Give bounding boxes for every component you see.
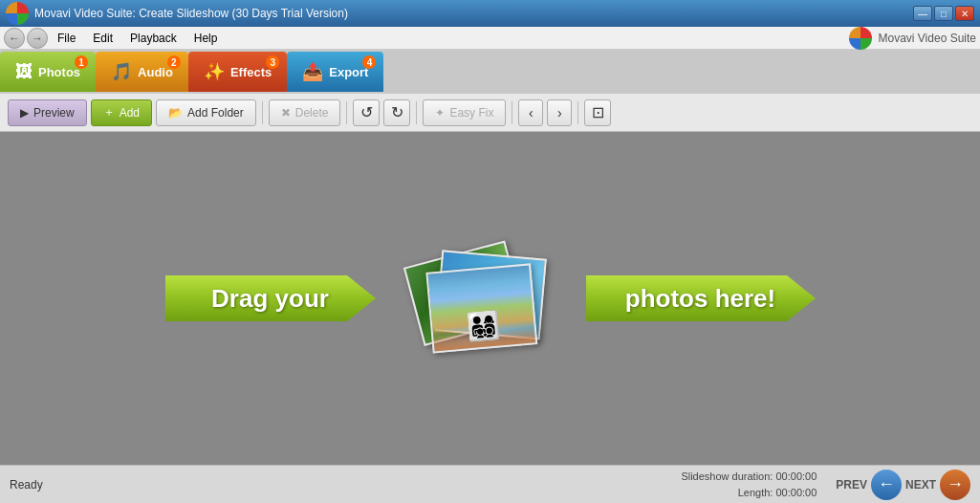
tab-effects-label: Effects <box>230 65 272 79</box>
tab-export-label: Export <box>329 65 368 79</box>
photos-here-text: photos here! <box>606 284 795 314</box>
app-icon <box>6 2 29 25</box>
photo-card-front <box>425 263 537 353</box>
export-icon: 📤 <box>302 61 323 82</box>
play-icon: ▶ <box>20 106 29 120</box>
audio-icon: 🎵 <box>111 61 132 82</box>
tab-audio-number: 2 <box>167 55 181 69</box>
add-folder-button[interactable]: 📂 Add Folder <box>156 99 256 126</box>
next-label: NEXT <box>905 478 936 492</box>
prev-button[interactable]: ← <box>871 470 902 500</box>
menu-playback[interactable]: Playback <box>122 30 185 47</box>
restore-button[interactable]: □ <box>934 6 953 21</box>
add-label: Add <box>120 106 140 120</box>
title-bar-left: Movavi Video Suite: Create Slideshow (30… <box>6 2 348 25</box>
length-info: Length: 00:00:00 <box>681 485 817 501</box>
prev-nav-button[interactable]: ‹ <box>518 99 543 126</box>
redo-button[interactable]: → <box>27 28 48 49</box>
movavi-logo <box>849 27 872 50</box>
easy-fix-button[interactable]: ✦ Easy Fix <box>423 99 506 126</box>
menu-edit[interactable]: Edit <box>85 30 120 47</box>
branding-text: Movavi Video Suite <box>878 32 976 45</box>
chevron-left-icon: ‹ <box>529 105 534 120</box>
tab-export[interactable]: 📤 Export 4 <box>287 52 383 92</box>
movavi-branding: Movavi Video Suite <box>849 27 976 50</box>
effects-icon: ✨ <box>204 61 225 82</box>
tab-effects-number: 3 <box>266 55 279 69</box>
length-value: 00:00:00 <box>775 487 817 498</box>
separator-3 <box>416 101 417 124</box>
title-bar: Movavi Video Suite: Create Slideshow (30… <box>0 0 980 27</box>
duration-info: Slideshow duration: 00:00:00 <box>681 469 817 485</box>
nav-buttons: PREV ← NEXT → <box>836 470 970 500</box>
duration-value: 00:00:00 <box>775 470 817 482</box>
tab-bar: 🖼 Photos 1 🎵 Audio 2 ✨ Effects 3 📤 Expor… <box>0 50 980 94</box>
delete-button[interactable]: ✖ Delete <box>269 99 341 126</box>
easy-fix-label: Easy Fix <box>449 106 493 120</box>
tab-export-number: 4 <box>362 55 376 69</box>
rotate-left-icon: ↺ <box>360 103 373 121</box>
prev-label: PREV <box>836 478 867 492</box>
tab-photos[interactable]: 🖼 Photos 1 <box>0 52 96 92</box>
close-button[interactable]: ✕ <box>955 6 974 21</box>
fit-button[interactable]: ⊡ <box>584 99 611 126</box>
status-text: Ready <box>10 478 43 492</box>
menu-file[interactable]: File <box>50 30 83 47</box>
menu-bar: ← → File Edit Playback Help Movavi Video… <box>0 27 980 50</box>
delete-icon: ✖ <box>281 106 291 120</box>
preview-label: Preview <box>33 106 75 120</box>
tab-audio-label: Audio <box>138 65 173 79</box>
left-arrow-banner: Drag your <box>165 266 376 331</box>
drop-zone[interactable]: Drag your photos here! <box>165 222 816 375</box>
wand-icon: ✦ <box>435 106 445 120</box>
chevron-right-icon: › <box>557 105 562 120</box>
right-arrow-banner: photos here! <box>586 266 816 331</box>
add-icon: ＋ <box>103 104 115 120</box>
separator-5 <box>577 101 578 124</box>
tab-audio[interactable]: 🎵 Audio 2 <box>96 52 188 92</box>
status-bar: Ready Slideshow duration: 00:00:00 Lengt… <box>0 465 980 503</box>
toolbar: ▶ Preview ＋ Add 📂 Add Folder ✖ Delete ↺ … <box>0 94 980 132</box>
length-label: Length: <box>738 487 773 498</box>
tab-photos-label: Photos <box>38 65 80 79</box>
add-folder-label: Add Folder <box>187 106 244 120</box>
rotate-left-button[interactable]: ↺ <box>353 99 380 126</box>
drag-text: Drag your <box>192 284 348 314</box>
title-text: Movavi Video Suite: Create Slideshow (30… <box>34 7 348 20</box>
add-button[interactable]: ＋ Add <box>91 99 152 126</box>
minimize-button[interactable]: — <box>913 6 932 21</box>
next-button[interactable]: → <box>940 470 970 500</box>
separator-2 <box>346 101 347 124</box>
rotate-right-button[interactable]: ↻ <box>383 99 410 126</box>
separator-4 <box>512 101 512 124</box>
rotate-right-icon: ↻ <box>391 103 403 121</box>
photos-icon: 🖼 <box>15 62 33 82</box>
separator-1 <box>262 101 263 124</box>
status-info: Slideshow duration: 00:00:00 Length: 00:… <box>681 469 817 500</box>
folder-icon: 📂 <box>168 106 183 120</box>
main-content[interactable]: Drag your photos here! <box>0 132 980 465</box>
title-controls: — □ ✕ <box>913 6 974 21</box>
undo-button[interactable]: ← <box>4 28 25 49</box>
delete-label: Delete <box>295 106 329 120</box>
tab-photos-number: 1 <box>75 55 88 69</box>
menu-help[interactable]: Help <box>186 30 226 47</box>
duration-label: Slideshow duration: <box>681 470 773 482</box>
fit-icon: ⊡ <box>592 103 604 121</box>
photo-stack <box>404 222 557 375</box>
next-nav-button[interactable]: › <box>547 99 572 126</box>
preview-button[interactable]: ▶ Preview <box>8 99 87 126</box>
tab-effects[interactable]: ✨ Effects 3 <box>188 52 287 92</box>
